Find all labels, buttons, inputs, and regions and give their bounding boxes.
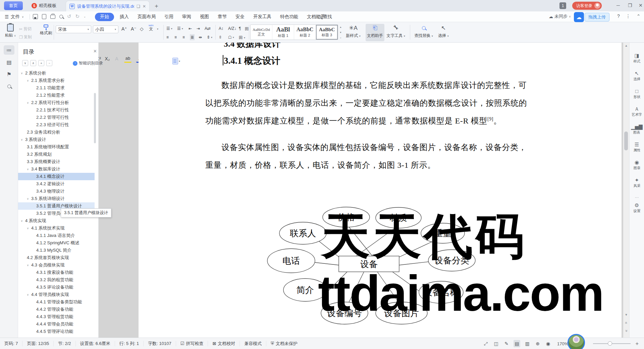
- new-tab-button[interactable]: ＋: [154, 2, 159, 10]
- pinyin-guide-button[interactable]: wén 文: [149, 24, 154, 31]
- toc-close-icon[interactable]: ✕: [93, 49, 97, 54]
- outline-view-icon[interactable]: ▥: [524, 340, 531, 347]
- scroll-up-icon[interactable]: ▲: [623, 44, 629, 47]
- toc-chevron-icon[interactable]: ∨: [27, 293, 31, 296]
- paste-button[interactable]: 粘贴 ∨: [3, 24, 17, 38]
- sidebar-item-形状[interactable]: □形状: [633, 88, 641, 106]
- styles-more-icon[interactable]: ⌄: [339, 36, 342, 39]
- toc-chevron-icon[interactable]: ∨: [27, 197, 31, 200]
- styles-up-icon[interactable]: ▴: [340, 26, 341, 29]
- font-size-select[interactable]: 小四▾: [93, 26, 118, 33]
- toc-item[interactable]: 2.2.3 经济可行性: [18, 121, 95, 129]
- toc-chevron-icon[interactable]: ∨: [21, 219, 25, 222]
- sidebar-item-选择[interactable]: ↖选择: [633, 70, 641, 88]
- bookmark-panel-icon[interactable]: ⚑: [4, 69, 14, 79]
- line-spacing-icon[interactable]: ⇕▾: [207, 35, 212, 40]
- toc-item[interactable]: 3.3 系统概要设计: [18, 158, 95, 165]
- eye-protect-icon[interactable]: ◉: [545, 340, 551, 347]
- tab-close-icon[interactable]: ✕: [143, 4, 146, 9]
- toc-item[interactable]: ∨3.4 数据库设计: [18, 165, 95, 173]
- find-panel-icon[interactable]: [4, 82, 14, 91]
- toc-collapse-icon[interactable]: ∧: [30, 60, 36, 66]
- sidebar-item-图表[interactable]: ▁▅▇图表: [631, 124, 643, 142]
- toc-item[interactable]: 4.3.1 搜索设备功能: [18, 269, 95, 276]
- web-view-icon[interactable]: ⊕: [534, 340, 541, 347]
- toc-item[interactable]: 3.2 系统规划: [18, 151, 95, 158]
- status-field[interactable]: 行: 5 列: 1: [115, 341, 144, 346]
- toc-minus-icon[interactable]: －: [46, 60, 52, 66]
- menu-tab-引用[interactable]: 引用: [160, 11, 178, 22]
- text-direction-icon[interactable]: A⇄: [205, 26, 211, 31]
- decrease-font-button[interactable]: A⁻: [131, 26, 137, 32]
- align-center-icon[interactable]: ≡: [174, 35, 177, 40]
- sidebar-more-icon[interactable]: ···: [635, 195, 639, 202]
- menu-tab-审阅[interactable]: 审阅: [178, 11, 196, 22]
- print-preview-icon[interactable]: [59, 15, 63, 18]
- numbered-list-button[interactable]: ☰▾: [177, 26, 183, 31]
- toc-item[interactable]: ∨3 系统设计: [18, 136, 95, 143]
- toc-item[interactable]: 4.4.4 管理会员功能: [18, 320, 95, 328]
- zoom-slider[interactable]: [593, 343, 631, 344]
- menu-tab-安全[interactable]: 安全: [231, 11, 249, 22]
- toc-item[interactable]: 4.4.1 管理设备类型功能: [18, 298, 95, 306]
- status-field[interactable]: 节: 2/2: [54, 341, 75, 346]
- toc-item[interactable]: ∨4.1 系统技术实现: [18, 225, 95, 232]
- toc-item[interactable]: 2.1.1 功能需求: [18, 84, 95, 92]
- toc-item[interactable]: 2.1.2 性能需求: [18, 92, 95, 99]
- toc-chevron-icon[interactable]: ∨: [27, 79, 31, 82]
- user-avatar[interactable]: [568, 334, 585, 349]
- window-count-badge[interactable]: 1: [559, 2, 566, 9]
- tab-preview-icon[interactable]: ❑: [137, 4, 140, 9]
- toc-item[interactable]: 2.3 业务流程分析: [18, 129, 95, 136]
- collapse-ribbon-icon[interactable]: ⌃: [637, 13, 641, 19]
- zoom-in-icon[interactable]: ＋: [634, 340, 640, 347]
- status-field[interactable]: 页码: 7: [0, 341, 22, 346]
- menu-tab-视图[interactable]: 视图: [196, 11, 213, 22]
- toc-panel-icon[interactable]: ≔: [4, 45, 14, 55]
- format-painter-button[interactable]: 格式刷: [38, 23, 54, 36]
- select-button[interactable]: ↖ 选择 ▾: [436, 24, 451, 39]
- toc-item[interactable]: 4.4.3 管理租赁功能: [18, 313, 95, 320]
- zoom-slider-knob[interactable]: [608, 341, 612, 346]
- toc-item[interactable]: 3.1 系统物理环境配置: [18, 143, 95, 151]
- guest-login-button[interactable]: 访客登录: [572, 2, 602, 10]
- toc-item[interactable]: 3.4.1 概念设计: [18, 173, 95, 180]
- style-标题 2[interactable]: AaBbC标题 2: [294, 25, 316, 40]
- export-icon[interactable]: [42, 14, 46, 19]
- style-标题 3[interactable]: AaBbC标题 3: [316, 25, 338, 40]
- thumbnail-panel-icon[interactable]: ▤: [4, 57, 14, 67]
- increase-font-button[interactable]: A⁺: [121, 26, 127, 32]
- toc-item[interactable]: 2.2.2 管理可行性: [18, 114, 95, 121]
- toc-item[interactable]: ∨2.2 系统可行性分析: [18, 99, 95, 106]
- toc-item[interactable]: 3.4.2 逻辑设计: [18, 180, 95, 188]
- toc-plus-icon[interactable]: ＋: [38, 60, 44, 66]
- toc-item[interactable]: 4.3.2 我的租赁功能: [18, 276, 95, 284]
- status-field[interactable]: 字数: 10107: [144, 341, 176, 346]
- more-actions-icon[interactable]: ⌄: [84, 15, 86, 18]
- cut-button[interactable]: ✂剪切: [19, 26, 32, 32]
- font-name-select[interactable]: 宋体▾: [56, 26, 91, 33]
- document-page[interactable]: 3.4 数据库设计 ▾ 3.4.1 概念设计 数据库的概念设计是数据库模型的基础…: [139, 43, 622, 338]
- smart-toc-button[interactable]: ◔ 智能识别目录: [73, 60, 103, 66]
- toc-chevron-icon[interactable]: ∨: [21, 138, 25, 141]
- toc-chevron-icon[interactable]: ∨: [21, 72, 25, 75]
- cloud-upload-icon[interactable]: ☁: [574, 12, 584, 22]
- toc-item[interactable]: 2.2.1 技术可行性: [18, 106, 95, 114]
- undo-icon[interactable]: ↺: [67, 13, 71, 19]
- doc-assistant-button[interactable]: ⎗ 文档助手: [366, 24, 384, 41]
- text-tools-button[interactable]: 🔧︎ 文字工具 ▾: [386, 24, 405, 39]
- toc-chevron-icon[interactable]: ∨: [27, 168, 31, 171]
- justify-icon[interactable]: ≣: [190, 34, 195, 40]
- template-tab[interactable]: S 稻壳模板: [27, 0, 61, 11]
- more-menu-icon[interactable]: ⋮: [626, 13, 631, 19]
- find-replace-button[interactable]: 查找替换 ▾: [413, 24, 434, 39]
- document-scrollbar[interactable]: ▲ ▼ « «: [623, 43, 629, 338]
- file-menu[interactable]: ☰ 文件 ∨: [5, 14, 24, 20]
- shading-icon[interactable]: ☖▾: [228, 35, 234, 40]
- sidebar-item-艺术字[interactable]: Ａ艺术字: [631, 106, 642, 124]
- clear-format-icon[interactable]: ◇: [140, 26, 144, 32]
- align-left-icon[interactable]: ≡: [166, 35, 169, 40]
- menu-tab-开始[interactable]: 开始: [95, 13, 114, 21]
- az-sort-icon[interactable]: A/Z↓: [228, 26, 236, 31]
- toc-chevron-icon[interactable]: ∨: [27, 101, 31, 104]
